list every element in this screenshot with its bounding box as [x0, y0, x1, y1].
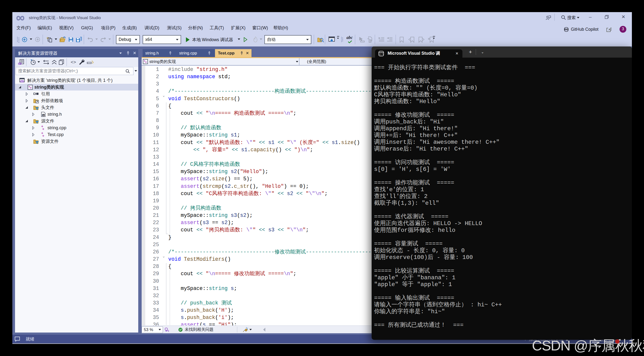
svg-text:+: + [30, 86, 32, 89]
svg-text:h: h [42, 114, 44, 116]
svg-text:+: + [145, 60, 147, 64]
svg-text:C:\: C:\ [380, 53, 384, 56]
